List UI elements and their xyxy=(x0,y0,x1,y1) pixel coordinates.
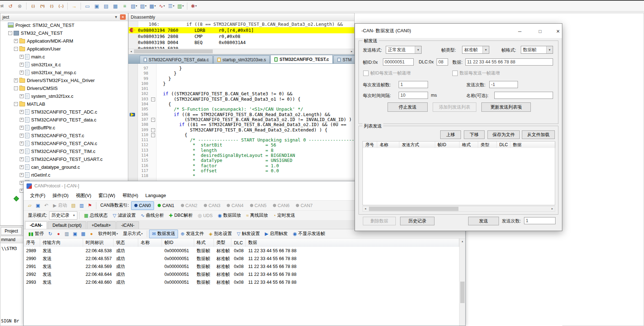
expand-toggle[interactable]: + xyxy=(20,149,24,153)
dropdown-arrow-icon[interactable]: ▾ xyxy=(173,4,174,8)
dlc-input[interactable]: 08 xyxy=(437,58,448,66)
expand-toggle[interactable]: + xyxy=(20,173,24,177)
dropdown-arrow-icon[interactable]: ▾ xyxy=(195,4,197,8)
close-icon[interactable]: ✕ xyxy=(120,14,126,20)
list-column-header[interactable]: 序号 xyxy=(363,142,377,148)
undo-button[interactable]: ↶ xyxy=(42,202,50,210)
display-style-button[interactable]: 显示方式▾ xyxy=(120,230,145,238)
tree-item[interactable]: +STM32CANFIFO_TEST_data.c xyxy=(0,116,128,124)
alert-button[interactable]: ⚑ xyxy=(86,202,94,210)
dropdown-arrow-icon[interactable]: ▾ xyxy=(145,4,146,8)
serial-window-button[interactable]: ▩▾ xyxy=(148,2,157,10)
tree-item[interactable]: +main.c xyxy=(0,53,128,61)
channel-button-can4[interactable]: CAN4 xyxy=(224,202,246,210)
expand-toggle[interactable]: + xyxy=(20,165,24,169)
scrollbar-thumb[interactable] xyxy=(134,49,213,53)
curve-analysis-button[interactable]: ∿曲线分析 xyxy=(138,212,167,220)
save-button[interactable]: ▣ xyxy=(71,230,79,238)
table-row[interactable]: 2989发送22:06:48.538成功0x00000051数据帧标准帧0x08… xyxy=(24,247,459,255)
registers-window-button[interactable]: ▦ xyxy=(111,2,120,10)
delete-data-button[interactable]: 删除数据 xyxy=(363,217,396,225)
hide-sent-frames-button[interactable]: ◉不显示发送帧 xyxy=(290,230,327,238)
tree-item[interactable]: -MATLAB xyxy=(0,100,128,108)
tree-item[interactable]: +STM32CANFIFO_TEST_TIM.c xyxy=(0,147,128,155)
scroll-right-icon[interactable]: ► xyxy=(349,49,354,54)
fold-toggle-icon[interactable]: - xyxy=(151,97,155,101)
copy-button[interactable]: ▥ xyxy=(78,202,86,210)
reset-button[interactable]: ↺ xyxy=(6,2,15,10)
stop-send-button[interactable]: 停止发送 xyxy=(388,102,428,112)
expand-toggle[interactable]: + xyxy=(14,78,18,82)
expand-toggle[interactable]: - xyxy=(14,102,18,106)
channel-button-can1[interactable]: CAN1 xyxy=(155,202,177,210)
column-header[interactable]: 帧ID xyxy=(162,239,194,247)
tab-project[interactable]: Project xyxy=(1,227,22,235)
protocol-tab[interactable]: +Default+ xyxy=(87,221,116,229)
alias-settings-button[interactable]: ◈别名设置 xyxy=(206,230,234,238)
step-over-button[interactable]: {↷} xyxy=(38,2,47,10)
memory-window-button[interactable]: ▨▾ xyxy=(139,2,148,10)
column-header[interactable]: 状态 xyxy=(114,239,138,247)
expand-toggle[interactable]: - xyxy=(14,47,18,51)
trace-window-button[interactable]: ☰▾ xyxy=(167,2,176,10)
maximize-button[interactable]: □ xyxy=(535,27,546,35)
tree-item[interactable]: -Application/User xyxy=(0,45,128,53)
chevron-down-icon[interactable]: ▼ xyxy=(482,46,489,53)
software-time-button[interactable]: 软件时间▾ xyxy=(96,230,120,238)
list-column-header[interactable]: 名称 xyxy=(377,142,399,148)
disassembly-content[interactable]: 106: if ((8 == STM32CANFIFO_TEST_B.CAN_R… xyxy=(129,21,354,49)
tree-item[interactable]: +STM32CANFIFO_TEST_ADC.c xyxy=(0,108,128,116)
disassembly-line[interactable]: 0x08003198 D004 BEQ 0x080031A4 xyxy=(129,39,354,45)
expand-toggle[interactable]: + xyxy=(20,126,24,130)
dropdown-arrow-icon[interactable]: ▾ xyxy=(163,4,165,8)
disassembly-line[interactable]: 0x08003196 2808 CMP r0,#0x08 xyxy=(129,33,354,39)
refresh-button[interactable]: ↻ xyxy=(46,230,54,238)
expand-toggle[interactable]: + xyxy=(20,94,24,98)
list-column-header[interactable]: 格式 xyxy=(460,142,478,148)
move-down-button[interactable]: 下移 xyxy=(464,130,485,139)
column-header[interactable]: 传输方向 xyxy=(40,239,83,247)
system-viewer-button[interactable]: ▥▾ xyxy=(176,2,185,10)
list-column-header[interactable]: 数据 xyxy=(510,142,556,148)
data-replay-button[interactable]: ◉数据回放 xyxy=(215,212,244,220)
clear-button[interactable]: ● xyxy=(87,230,95,238)
tree-item[interactable]: +can_datatype_ground.c xyxy=(0,163,128,171)
timed-send-button[interactable]: ◔定时发送 xyxy=(270,212,298,220)
bus-status-button[interactable]: ▦总线状态 xyxy=(81,212,110,220)
list-column-header[interactable]: DLC xyxy=(497,142,510,148)
display-mode-combo[interactable]: 历史记录▼ xyxy=(49,211,77,220)
expand-toggle[interactable]: + xyxy=(20,55,24,59)
tree-item[interactable]: -Drivers/CMSIS xyxy=(0,84,128,92)
disassembly-header[interactable]: Disassembly xyxy=(129,13,354,21)
checkbox-icon[interactable] xyxy=(452,71,458,76)
table-row[interactable]: 2990发送22:06:48.557成功0x00000051数据帧标准帧0x08… xyxy=(24,255,459,263)
fold-toggle-icon[interactable]: - xyxy=(151,133,155,137)
expand-toggle[interactable]: + xyxy=(20,118,24,122)
fold-toggle-icon[interactable]: - xyxy=(151,128,155,132)
editor-tab[interactable]: STM xyxy=(333,56,355,63)
table-row[interactable]: 2991发送22:06:48.569成功0x00000051数据帧标准帧0x08… xyxy=(24,263,459,270)
chevron-down-icon[interactable]: ▼ xyxy=(415,46,421,53)
tree-item[interactable]: +system_stm32f1xx.c xyxy=(0,92,128,100)
tree-item[interactable]: +stm32f1xx_it.c xyxy=(0,61,128,68)
dropdown-arrow-icon[interactable]: ▾ xyxy=(136,4,137,8)
name-optional-input[interactable] xyxy=(494,92,553,99)
filter-settings-button[interactable]: ▽滤波设置 xyxy=(110,212,138,220)
add-to-send-list-button[interactable]: 添加到发送列表 xyxy=(433,102,476,112)
dropdown-arrow-icon[interactable]: ▾ xyxy=(154,4,156,8)
scroll-up-icon[interactable]: ▲ xyxy=(460,239,465,244)
protocol-tab[interactable]: -CAN- xyxy=(25,221,47,229)
uds-button[interactable]: ◎UDS xyxy=(195,212,215,220)
vertical-scrollbar[interactable]: ▲ xyxy=(459,239,465,326)
channel-button-can2[interactable]: CAN2 xyxy=(178,202,200,210)
expand-toggle[interactable]: + xyxy=(20,71,24,75)
tree-item[interactable]: Project: STM32_CAN_TEST xyxy=(0,21,128,29)
list-column-header[interactable]: 帧ID xyxy=(435,142,460,148)
menu-item[interactable]: 操作(O) xyxy=(49,191,72,200)
save-to-file-button[interactable]: 保存为文件 xyxy=(487,130,520,139)
channel-button-can6[interactable]: CAN6 xyxy=(270,202,292,210)
close-button[interactable]: ✕ xyxy=(553,27,563,35)
step-into-button[interactable]: {↓} xyxy=(29,2,37,10)
expand-toggle[interactable]: + xyxy=(20,157,24,161)
horizontal-scrollbar[interactable]: ◄ ► xyxy=(129,49,354,54)
